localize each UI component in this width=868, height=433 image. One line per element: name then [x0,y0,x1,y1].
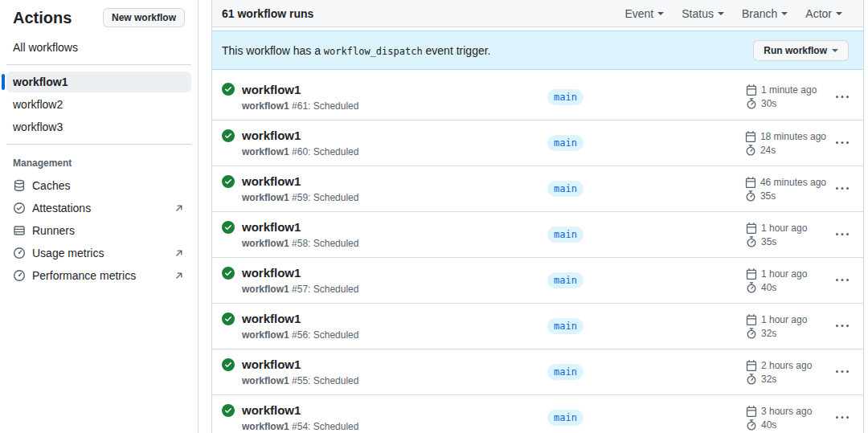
sidebar: Actions New workflow All workflows workf… [0,0,199,433]
stopwatch-icon [746,374,757,385]
runs-list-header: 61 workflow runs Event Status Branch [212,0,863,27]
workflow-dispatch-code: workflow_dispatch [324,46,423,57]
run-start-time: 1 minute ago [746,84,826,96]
success-check-icon [222,83,235,96]
branch-badge[interactable]: main [547,364,583,380]
run-title-link[interactable]: workflow1 [242,357,301,373]
workflow-run-row[interactable]: workflow1 workflow1 #56: Scheduled main [212,303,863,349]
stopwatch-icon [746,282,757,293]
workflow-run-row[interactable]: workflow1 workflow1 #59: Scheduled main [212,165,863,211]
branch-badge[interactable]: main [547,227,583,243]
sidebar-item-performance-metrics[interactable]: Performance metrics [6,265,191,286]
actor-filter-dropdown[interactable]: Actor [805,7,842,20]
kebab-icon [836,320,849,333]
run-subtitle: workflow1 #60: Scheduled [242,145,547,158]
new-workflow-button[interactable]: New workflow [103,8,185,27]
run-title-link[interactable]: workflow1 [242,311,301,327]
branch-filter-dropdown[interactable]: Branch [742,7,788,20]
success-check-icon [222,267,235,280]
meter-icon [13,269,26,282]
event-filter-dropdown[interactable]: Event [624,7,664,20]
workflow-run-row[interactable]: workflow1 workflow1 #60: Scheduled main [212,120,863,165]
workflow-run-row[interactable]: workflow1 workflow1 #61: Scheduled main [212,74,863,120]
run-subtitle: workflow1 #58: Scheduled [242,237,547,250]
calendar-icon [745,131,756,142]
workflow-run-row[interactable]: workflow1 workflow1 #55: Scheduled main [212,349,863,394]
success-check-icon [222,358,235,371]
run-subtitle: workflow1 #56: Scheduled [242,329,547,341]
arrow-up-right-icon [174,202,185,214]
runs-count: 61 workflow runs [222,7,313,20]
run-workflow-button[interactable]: Run workflow [753,40,849,61]
success-check-icon [222,175,235,188]
branch-badge[interactable]: main [547,89,583,105]
stopwatch-icon [745,145,756,156]
run-title-link[interactable]: workflow1 [242,128,301,144]
kebab-menu-button[interactable] [836,182,849,195]
sidebar-item-all-workflows[interactable]: All workflows [6,37,191,58]
workflow-run-row[interactable]: workflow1 workflow1 #58: Scheduled main [212,211,863,257]
kebab-menu-button[interactable] [836,274,849,287]
kebab-menu-button[interactable] [836,366,849,378]
stopwatch-icon [746,98,757,109]
sidebar-item-workflow1[interactable]: workflow1 [6,71,191,92]
workflow-dispatch-banner: This workflow has a workflow_dispatch ev… [212,31,863,70]
stopwatch-icon [746,328,757,339]
chevron-down-icon [781,12,788,15]
run-start-time: 18 minutes ago [745,131,826,142]
success-check-icon [222,404,235,417]
run-duration: 35s [746,236,826,247]
kebab-menu-button[interactable] [836,137,849,149]
sidebar-divider [6,144,191,145]
run-start-time: 1 hour ago [746,268,826,280]
calendar-icon [746,360,757,371]
calendar-icon [746,84,757,96]
run-title-link[interactable]: workflow1 [242,174,301,190]
sidebar-item-attestations[interactable]: Attestations [6,198,191,219]
status-filter-dropdown[interactable]: Status [682,7,724,20]
branch-badge[interactable]: main [547,318,583,334]
workflow-run-row[interactable]: workflow1 workflow1 #57: Scheduled main [212,257,863,303]
kebab-icon [836,274,849,287]
kebab-icon [836,366,849,378]
sidebar-item-caches[interactable]: Caches [6,175,191,196]
sidebar-item-runners[interactable]: Runners [6,220,191,241]
sidebar-item-usage-metrics[interactable]: Usage metrics [6,243,191,263]
branch-badge[interactable]: main [547,272,583,288]
run-start-time: 2 hours ago [746,360,826,371]
verified-icon [13,202,26,214]
calendar-icon [746,314,757,325]
run-title-link[interactable]: workflow1 [242,219,301,235]
run-subtitle: workflow1 #55: Scheduled [242,374,547,387]
branch-badge[interactable]: main [547,181,583,197]
arrow-up-right-icon [174,270,185,281]
main-content: 61 workflow runs Event Status Branch [199,0,868,433]
sidebar-item-workflow3[interactable]: workflow3 [6,116,191,137]
kebab-menu-button[interactable] [836,411,849,424]
run-title-link[interactable]: workflow1 [242,402,301,419]
calendar-icon [745,177,756,188]
kebab-icon [836,91,849,104]
server-icon [13,224,26,237]
sidebar-item-workflow2[interactable]: workflow2 [6,94,191,115]
run-duration: 35s [745,190,826,202]
calendar-icon [746,268,757,280]
run-title-link[interactable]: workflow1 [242,82,301,98]
run-title-link[interactable]: workflow1 [242,265,301,281]
success-check-icon [222,312,235,325]
kebab-menu-button[interactable] [836,320,849,333]
kebab-menu-button[interactable] [836,91,849,104]
run-duration: 30s [746,98,826,109]
chevron-down-icon [657,12,664,15]
chevron-down-icon [832,49,838,52]
sidebar-divider [6,64,191,65]
actions-page: Actions New workflow All workflows workf… [0,0,868,433]
branch-badge[interactable]: main [547,135,583,151]
page-title: Actions [13,9,72,27]
workflow-run-row[interactable]: workflow1 workflow1 #54: Scheduled main [212,394,863,433]
kebab-icon [836,228,849,241]
kebab-menu-button[interactable] [836,228,849,241]
run-subtitle: workflow1 #57: Scheduled [242,283,547,296]
kebab-icon [836,182,849,195]
branch-badge[interactable]: main [547,410,583,426]
